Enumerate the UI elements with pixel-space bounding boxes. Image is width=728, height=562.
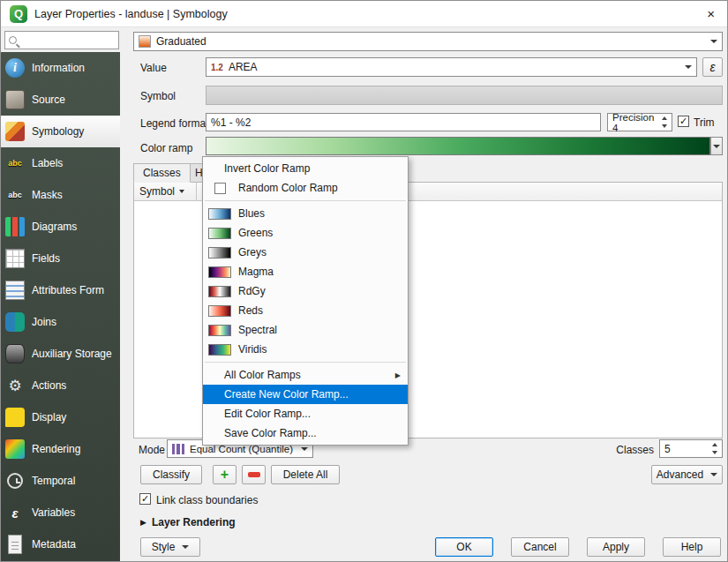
menu-item-rdgy[interactable]: RdGy (203, 281, 408, 301)
clock-icon (7, 473, 23, 489)
sidebar-search (4, 31, 119, 49)
menu-item-save-color-ramp[interactable]: Save Color Ramp... (203, 423, 408, 443)
sidebar-item-diagrams[interactable]: Diagrams (1, 211, 120, 243)
menu-item-label: Invert Color Ramp (224, 162, 310, 175)
search-input[interactable] (20, 35, 146, 46)
remove-class-button[interactable] (242, 465, 266, 484)
sidebar-item-actions[interactable]: ⚙Actions (1, 370, 120, 401)
classes-count-label: Classes (597, 444, 654, 456)
sidebar-item-information[interactable]: iInformation (1, 52, 120, 84)
sidebar-item-metadata[interactable]: Metadata (1, 528, 120, 560)
trim-checkbox[interactable]: ✓ (678, 116, 689, 127)
menu-item-greens[interactable]: Greens (203, 223, 408, 243)
sidebar-item-masks[interactable]: abcMasks (1, 179, 120, 211)
style-button[interactable]: Style (140, 537, 200, 557)
menu-item-label: All Color Ramps (224, 369, 301, 381)
auxiliary-storage-icon (5, 344, 25, 363)
sidebar-label: Display (32, 411, 66, 423)
check-icon: ✓ (141, 494, 149, 504)
sidebar-item-labels[interactable]: abcLabels (1, 147, 120, 179)
menu-item-random-color-ramp[interactable]: Random Color Ramp (203, 178, 408, 198)
spinner-arrows-icon[interactable] (659, 116, 669, 128)
button-label: Help (681, 541, 703, 553)
layer-rendering-expander[interactable]: ▶ Layer Rendering (140, 516, 236, 528)
sidebar-item-rendering[interactable]: Rendering (1, 433, 120, 465)
rendering-icon (5, 439, 25, 459)
menu-item-magma[interactable]: Magma (203, 262, 408, 281)
sidebar-item-source[interactable]: Source (1, 84, 120, 116)
value-field-combo[interactable]: 1.2 AREA (206, 57, 697, 77)
column-label: Symbol (139, 185, 175, 198)
link-class-boundaries-checkbox[interactable]: ✓ (139, 493, 151, 505)
menu-item-greys[interactable]: Greys (203, 243, 408, 262)
menu-item-viridis[interactable]: Viridis (203, 340, 408, 359)
classes-spinbox[interactable]: 5 (659, 439, 723, 458)
sidebar-item-fields[interactable]: Fields (1, 243, 120, 274)
sidebar-item-attributes-form[interactable]: Attributes Form (1, 274, 120, 306)
menu-item-blues[interactable]: Blues (203, 204, 408, 223)
symbology-icon (5, 122, 25, 141)
sidebar-label: Masks (32, 189, 63, 201)
menu-separator (205, 362, 406, 363)
sidebar-item-temporal[interactable]: Temporal (1, 465, 120, 497)
menu-item-label: RdGy (238, 285, 266, 297)
color-ramp-menu: Invert Color Ramp Random Color Ramp Blue… (202, 156, 409, 446)
sidebar-label: Temporal (32, 475, 75, 487)
sidebar-item-symbology[interactable]: Symbology (1, 116, 120, 147)
sidebar-item-joins[interactable]: Joins (1, 306, 120, 338)
sidebar-label: Information (32, 62, 85, 74)
blues-ramp-icon (208, 208, 231, 220)
expression-builder-button[interactable]: ε (702, 57, 723, 77)
metadata-icon (8, 535, 22, 554)
sidebar-label: Attributes Form (32, 284, 104, 296)
button-label: Style (152, 541, 176, 553)
color-ramp-dropdown-button[interactable] (710, 137, 723, 155)
column-header-symbol[interactable]: Symbol (134, 183, 197, 200)
chevron-down-icon (713, 145, 720, 148)
menu-item-all-color-ramps[interactable]: All Color Ramps▶ (203, 365, 408, 385)
masks-icon: abc (5, 185, 25, 205)
help-button[interactable]: Help (663, 537, 721, 557)
epsilon-icon: ε (709, 60, 715, 74)
sidebar-item-variables[interactable]: εVariables (1, 497, 120, 528)
tab-classes[interactable]: Classes (133, 163, 191, 183)
menu-item-create-new-color-ramp[interactable]: Create New Color Ramp... (203, 385, 408, 404)
menu-item-label: Reds (238, 304, 263, 317)
menu-item-spectral[interactable]: Spectral (203, 320, 408, 340)
button-label: Apply (603, 541, 629, 553)
mode-label: Mode (139, 444, 165, 456)
menu-item-label: Create New Color Ramp... (224, 388, 349, 401)
advanced-button[interactable]: Advanced (651, 465, 723, 484)
cancel-button[interactable]: Cancel (511, 537, 569, 557)
sidebar-item-display[interactable]: Display (1, 401, 120, 433)
renderer-select[interactable]: Graduated (133, 32, 723, 51)
legend-format-input[interactable]: %1 - %2 (206, 113, 601, 131)
sidebar-label: Source (32, 94, 65, 106)
attributes-form-icon (5, 281, 25, 300)
button-label: Cancel (523, 541, 556, 553)
add-class-button[interactable]: + (213, 465, 236, 484)
search-icon (9, 36, 17, 44)
ok-button[interactable]: OK (435, 537, 493, 557)
color-ramp-preview[interactable] (206, 137, 710, 155)
properties-sidebar: iInformation Source Symbology abcLabels … (1, 52, 120, 561)
magma-ramp-icon (208, 266, 231, 278)
legend-format-label: Legend format (140, 117, 208, 130)
spinner-arrows-icon[interactable] (709, 443, 719, 454)
precision-spinbox[interactable]: Precision 4 (607, 113, 672, 131)
rdgy-ramp-icon (208, 286, 231, 297)
layer-properties-dialog: Q Layer Properties - landuse | Symbology… (0, 0, 728, 562)
classify-button[interactable]: Classify (140, 465, 202, 484)
menu-item-invert-color-ramp[interactable]: Invert Color Ramp (203, 159, 408, 178)
renderer-value: Graduated (156, 35, 206, 48)
chevron-down-icon (685, 65, 692, 69)
color-ramp-label: Color ramp (140, 142, 192, 154)
display-icon (5, 408, 25, 427)
variables-icon: ε (5, 503, 25, 522)
apply-button[interactable]: Apply (587, 537, 645, 557)
delete-all-button[interactable]: Delete All (271, 465, 340, 484)
menu-item-edit-color-ramp[interactable]: Edit Color Ramp... (203, 404, 408, 423)
close-icon[interactable]: × (703, 6, 718, 21)
sidebar-item-auxiliary-storage[interactable]: Auxiliary Storage (1, 338, 120, 370)
menu-item-reds[interactable]: Reds (203, 301, 408, 320)
